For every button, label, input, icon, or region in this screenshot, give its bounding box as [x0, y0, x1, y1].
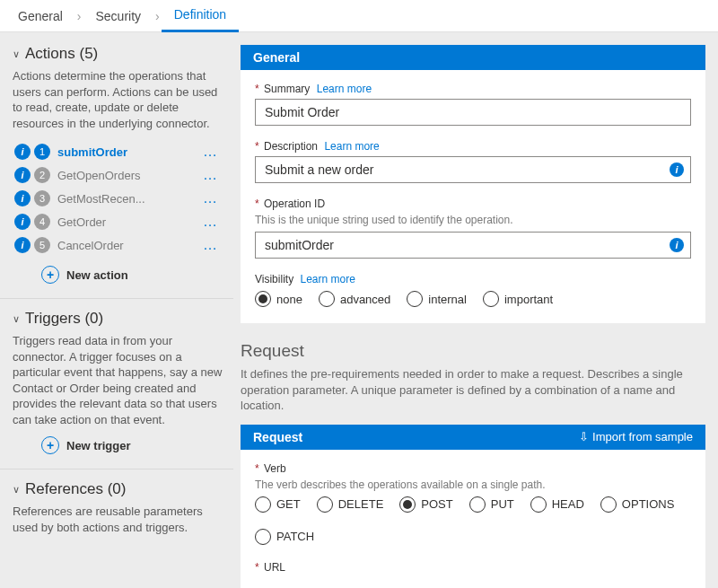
verb-patch[interactable]: PATCH [255, 529, 314, 545]
action-item-getorder[interactable]: i 4 GetOrder … [13, 210, 223, 233]
breadcrumb-tabs: General › Security › Definition [0, 0, 718, 32]
visibility-advanced[interactable]: advanced [319, 291, 390, 307]
visibility-none[interactable]: none [255, 291, 302, 307]
tab-general[interactable]: General [5, 0, 75, 32]
learn-more-link[interactable]: Learn more [317, 83, 372, 95]
chevron-right-icon: › [75, 9, 83, 23]
item-label: GetMostRecen... [57, 192, 201, 206]
sidebar-references-header[interactable]: ∨ References (0) [13, 480, 223, 498]
divider [0, 469, 233, 470]
item-number-badge: 4 [34, 214, 50, 230]
download-icon: ⇩ [579, 430, 589, 443]
general-panel: General * Summary Learn more * Descripti… [241, 45, 705, 323]
tab-security[interactable]: Security [83, 0, 153, 32]
panel-title: General [253, 50, 300, 65]
url-label: * URL [255, 561, 691, 574]
request-heading: Request [241, 341, 705, 361]
required-star: * [255, 561, 259, 574]
required-star: * [255, 83, 259, 95]
sidebar-triggers-title: Triggers (0) [25, 310, 103, 328]
info-icon: i [14, 167, 31, 183]
chevron-right-icon: › [153, 9, 162, 23]
actions-list: i 1 submitOrder … i 2 GetOpenOrders … i … [13, 140, 223, 257]
sidebar-actions-header[interactable]: ∨ Actions (5) [13, 45, 223, 63]
item-number-badge: 5 [34, 237, 50, 253]
sidebar-actions-title: Actions (5) [25, 45, 98, 63]
tab-definition[interactable]: Definition [162, 0, 239, 32]
new-trigger-button[interactable]: + New trigger [41, 436, 223, 454]
chevron-down-icon: ∨ [13, 48, 22, 60]
required-star: * [255, 197, 259, 210]
action-item-submitorder[interactable]: i 1 submitOrder … [13, 140, 223, 163]
description-label: * Description Learn more [255, 140, 691, 153]
sidebar-triggers-desc: Triggers read data in from your connecto… [13, 333, 223, 427]
more-icon[interactable]: … [201, 144, 221, 160]
request-panel-header: Request ⇩ Import from sample [241, 425, 705, 450]
visibility-important[interactable]: important [483, 291, 553, 307]
chevron-down-icon: ∨ [13, 313, 22, 325]
learn-more-link[interactable]: Learn more [324, 140, 379, 153]
info-icon[interactable]: i [670, 162, 684, 177]
import-from-sample-button[interactable]: ⇩ Import from sample [579, 430, 693, 443]
verb-label: * Verb [255, 462, 691, 475]
info-icon: i [14, 237, 31, 253]
visibility-internal[interactable]: internal [407, 291, 467, 307]
sidebar-references-title: References (0) [25, 480, 126, 498]
sidebar: ∨ Actions (5) Actions determine the oper… [0, 32, 233, 588]
chevron-down-icon: ∨ [13, 484, 22, 496]
learn-more-link[interactable]: Learn more [300, 273, 355, 285]
item-label: GetOrder [57, 215, 201, 229]
verb-desc: The verb describes the operations availa… [255, 478, 691, 491]
verb-head[interactable]: HEAD [530, 496, 584, 513]
general-panel-body: * Summary Learn more * Description Learn… [241, 70, 705, 323]
verb-put[interactable]: PUT [469, 496, 514, 513]
content-area: General * Summary Learn more * Descripti… [233, 32, 718, 588]
required-star: * [255, 140, 259, 153]
info-icon: i [14, 144, 31, 160]
more-icon[interactable]: … [201, 214, 221, 230]
more-icon[interactable]: … [201, 167, 221, 183]
verb-delete[interactable]: DELETE [317, 496, 384, 513]
visibility-radio-group: none advanced internal important [255, 291, 691, 307]
plus-icon: + [41, 436, 59, 454]
sidebar-actions-desc: Actions determine the operations that us… [13, 68, 223, 131]
more-icon[interactable]: … [201, 237, 221, 253]
operation-id-input[interactable] [255, 232, 691, 259]
verb-post[interactable]: POST [399, 496, 452, 513]
operation-id-label: * Operation ID [255, 197, 691, 210]
info-icon: i [14, 214, 31, 230]
visibility-label: Visibility Learn more [255, 273, 691, 285]
item-number-badge: 1 [34, 144, 50, 160]
new-action-button[interactable]: + New action [41, 266, 223, 284]
action-item-getopenorders[interactable]: i 2 GetOpenOrders … [13, 163, 223, 187]
description-input[interactable] [255, 156, 691, 183]
info-icon: i [14, 190, 31, 206]
request-panel: Request ⇩ Import from sample * Verb The … [241, 425, 705, 588]
sidebar-references-desc: References are reusable parameters used … [13, 504, 223, 535]
verb-radio-group: GET DELETE POST PUT HEAD OPTIO [255, 496, 691, 545]
verb-get[interactable]: GET [255, 496, 301, 513]
more-icon[interactable]: … [201, 190, 221, 206]
item-label: submitOrder [57, 145, 201, 159]
new-trigger-label: New trigger [66, 439, 131, 452]
summary-input[interactable] [255, 99, 691, 126]
request-intro-text: It defines the pre-requirements needed i… [241, 366, 705, 414]
request-panel-body: * Verb The verb describes the operations… [241, 450, 705, 588]
item-label: CancelOrder [57, 239, 201, 252]
divider [0, 298, 233, 299]
sidebar-triggers-header[interactable]: ∨ Triggers (0) [13, 310, 223, 328]
new-action-label: New action [66, 268, 128, 282]
panel-title: Request [253, 430, 302, 444]
item-number-badge: 2 [34, 167, 50, 183]
request-intro: Request It defines the pre-requirements … [241, 341, 705, 414]
required-star: * [255, 462, 259, 475]
item-label: GetOpenOrders [57, 169, 201, 182]
action-item-cancelorder[interactable]: i 5 CancelOrder … [13, 233, 223, 257]
item-number-badge: 3 [34, 190, 50, 206]
verb-options[interactable]: OPTIONS [600, 496, 675, 513]
info-icon[interactable]: i [670, 238, 684, 252]
operation-id-desc: This is the unique string used to identi… [255, 214, 691, 226]
summary-label: * Summary Learn more [255, 83, 691, 95]
plus-icon: + [41, 266, 59, 284]
action-item-getmostrecent[interactable]: i 3 GetMostRecen... … [13, 187, 223, 210]
